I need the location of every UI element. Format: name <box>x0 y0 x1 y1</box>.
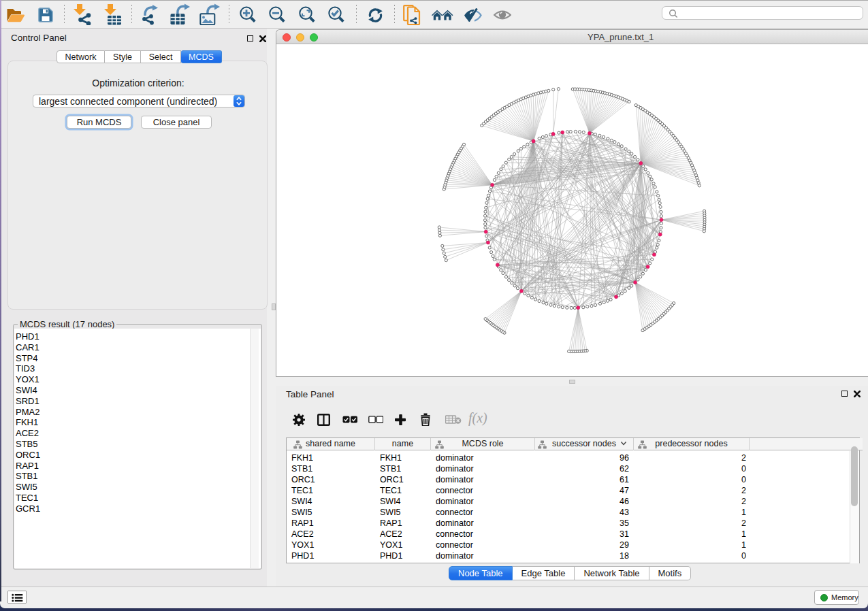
svg-text:f(x): f(x) <box>468 410 487 426</box>
